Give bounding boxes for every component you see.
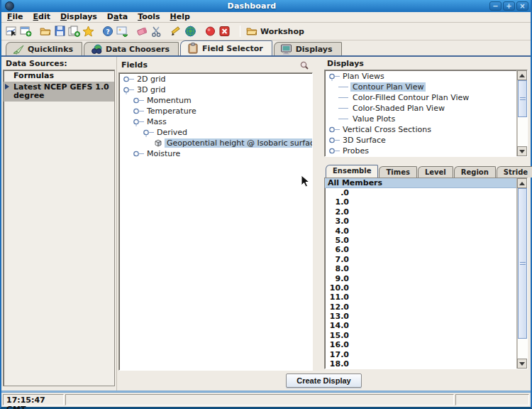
tree-handle-collapsed-icon[interactable]	[328, 146, 340, 156]
save-file-icon[interactable]	[54, 26, 66, 38]
field-selector-icon	[187, 43, 199, 55]
create-display-button[interactable]: Create Display	[286, 373, 361, 388]
tree-node-label: 3D Surface	[340, 136, 388, 145]
tab-data-choosers[interactable]: Data Choosers	[84, 42, 179, 55]
tree-handle-expanded-icon[interactable]	[132, 117, 145, 126]
display-node[interactable]: Probes	[325, 146, 516, 156]
save-bundle-as-icon[interactable]	[68, 26, 80, 38]
scroll-up-button[interactable]	[517, 178, 527, 188]
tree-handle-collapsed-icon[interactable]	[132, 107, 145, 116]
show-main-view-icon[interactable]	[6, 26, 18, 38]
minimize-button[interactable]: −	[489, 1, 501, 11]
display-node[interactable]: Color-Shaded Plan View	[325, 103, 516, 113]
support-request-icon[interactable]: ?	[102, 26, 114, 38]
subset-tab-level[interactable]: Level	[418, 166, 453, 178]
field-node[interactable]: Temperature	[119, 106, 312, 116]
scroll-down-button[interactable]	[517, 146, 527, 156]
tree-node-label: Contour Plan View	[350, 82, 426, 92]
menu-displays[interactable]: Displays	[60, 12, 97, 22]
ensemble-member-item[interactable]: 10.0	[325, 283, 516, 293]
menu-file[interactable]: File	[7, 12, 23, 22]
ensemble-member-item[interactable]: 5.0	[325, 236, 516, 245]
field-node[interactable]: 2D grid	[119, 74, 312, 84]
tree-handle-collapsed-icon[interactable]	[328, 125, 340, 134]
tree-handle-line-icon	[338, 104, 350, 113]
ensemble-member-item[interactable]: 7.0	[325, 255, 516, 264]
globe-projection-icon[interactable]	[184, 26, 196, 38]
displays-scrollbar[interactable]	[516, 70, 527, 156]
all-members-header[interactable]: All Members	[325, 178, 516, 188]
tree-handle-expanded-icon[interactable]	[142, 128, 155, 137]
scroll-up-button[interactable]	[517, 70, 527, 80]
ensemble-member-item[interactable]: 15.0	[325, 331, 516, 340]
field-node[interactable]: Momentum	[119, 95, 312, 105]
ensemble-member-item[interactable]: 14.0	[325, 321, 516, 330]
ensemble-member-item[interactable]: 13.0	[325, 312, 516, 321]
stop-remove-icon[interactable]	[218, 26, 231, 38]
menu-bar: FileEditDisplaysDataToolsHelp	[1, 12, 531, 23]
ensemble-member-item[interactable]: 1.0	[325, 197, 516, 207]
ensemble-member-item[interactable]: .0	[325, 188, 516, 197]
menu-data[interactable]: Data	[107, 12, 128, 22]
display-node[interactable]: Contour Plan View	[325, 82, 516, 92]
subset-tab-ensemble[interactable]: Ensemble	[326, 165, 378, 178]
display-node[interactable]: Plan Views	[325, 71, 516, 81]
maximize-button[interactable]: +	[503, 1, 515, 11]
tree-handle-collapsed-icon[interactable]	[328, 136, 340, 145]
edit-drawing-icon[interactable]	[170, 26, 182, 38]
title-bar: Dashboard − + ×	[1, 0, 531, 12]
ensemble-member-item[interactable]: 11.0	[325, 293, 516, 302]
subset-tab-times[interactable]: Times	[379, 166, 416, 178]
ensemble-member-item[interactable]: 4.0	[325, 227, 516, 236]
subset-tab-bar: EnsembleTimesLevelRegionStride	[323, 163, 531, 178]
display-node[interactable]: Value Plots	[325, 114, 516, 124]
menu-help[interactable]: Help	[170, 12, 190, 22]
ensemble-member-item[interactable]: 2.0	[325, 207, 516, 217]
tab-quicklinks[interactable]: Quicklinks	[6, 42, 82, 55]
open-file-icon[interactable]	[40, 26, 52, 38]
ensemble-member-item[interactable]: 3.0	[325, 217, 516, 226]
tree-handle-collapsed-icon[interactable]	[132, 96, 145, 105]
menu-edit[interactable]: Edit	[33, 12, 50, 22]
ensemble-member-item[interactable]: 9.0	[325, 274, 516, 283]
tree-handle-expanded-icon[interactable]	[122, 85, 135, 94]
display-node[interactable]: 3D Surface	[325, 135, 516, 145]
vertical-splitter[interactable]	[314, 57, 323, 371]
subset-tab-region[interactable]: Region	[454, 166, 496, 178]
horizontal-splitter[interactable]	[323, 157, 531, 163]
display-node[interactable]: Color-Filled Contour Plan View	[325, 92, 516, 102]
erase-icon[interactable]	[136, 26, 148, 38]
data-source-item[interactable]: Formulas	[4, 70, 114, 82]
tab-displays[interactable]: Displays	[274, 42, 342, 55]
data-source-item[interactable]: Latest NCEP GEFS 1.0 degree	[4, 82, 114, 102]
ensemble-member-item[interactable]: 12.0	[325, 302, 516, 312]
record-movie-icon[interactable]	[204, 26, 216, 38]
tree-handle-collapsed-icon[interactable]	[132, 149, 145, 158]
search-fields-icon[interactable]	[298, 59, 310, 71]
scroll-down-button[interactable]	[517, 359, 527, 369]
tab-field-selector[interactable]: Field Selector	[180, 40, 272, 55]
display-node[interactable]: Vertical Cross Sections	[325, 124, 516, 134]
menu-tools[interactable]: Tools	[138, 12, 160, 22]
field-node[interactable]: Mass	[119, 116, 312, 126]
ensemble-member-item[interactable]: 8.0	[325, 264, 516, 273]
ensemble-member-item[interactable]: 18.0	[325, 359, 516, 369]
field-node[interactable]: Geopotential height @ Isobaric surface	[119, 138, 312, 148]
workshop-button[interactable]: Workshop	[245, 26, 304, 38]
new-view-window-icon[interactable]	[20, 26, 32, 38]
capture-image-icon[interactable]	[116, 26, 128, 38]
close-button[interactable]: ×	[516, 1, 528, 11]
data-sources-list: FormulasLatest NCEP GEFS 1.0 degree	[3, 70, 115, 386]
field-node[interactable]: 3D grid	[119, 84, 312, 94]
favorites-star-icon[interactable]	[82, 26, 94, 38]
tree-handle-collapsed-icon[interactable]	[122, 75, 135, 84]
ensemble-member-item[interactable]: 17.0	[325, 350, 516, 359]
cut-icon[interactable]	[150, 26, 162, 38]
field-node[interactable]: Derived	[119, 127, 312, 137]
ensemble-member-item[interactable]: 6.0	[325, 245, 516, 254]
tree-handle-expanded-icon[interactable]	[328, 72, 340, 81]
subset-tab-stride[interactable]: Stride	[497, 166, 532, 178]
ensemble-member-item[interactable]: 16.0	[325, 340, 516, 349]
ensemble-scrollbar[interactable]	[516, 178, 527, 369]
field-node[interactable]: Moisture	[119, 148, 312, 158]
